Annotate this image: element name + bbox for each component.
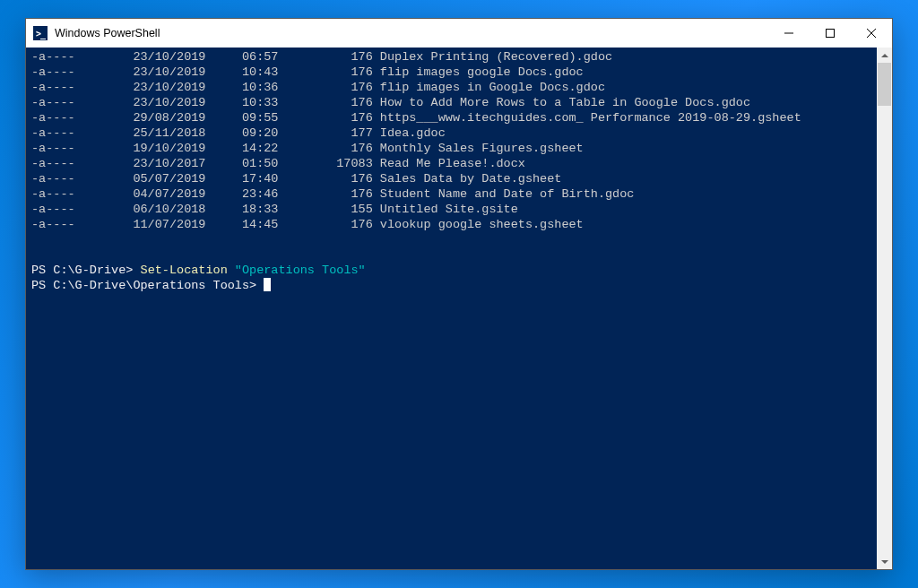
terminal-container: -a---- 23/10/2019 06:57 176 Duplex Print… [26, 48, 892, 569]
titlebar[interactable]: Windows PowerShell [26, 19, 892, 48]
powershell-window: Windows PowerShell -a---- 23/10/2019 06:… [25, 18, 893, 570]
scroll-down-arrow[interactable] [877, 554, 892, 569]
maximize-button[interactable] [810, 19, 851, 48]
window-title: Windows PowerShell [55, 27, 768, 39]
vertical-scrollbar[interactable] [877, 48, 892, 569]
close-button[interactable] [851, 19, 892, 48]
svg-rect-1 [827, 30, 835, 38]
powershell-icon [33, 26, 48, 40]
cursor [264, 278, 271, 291]
scroll-thumb[interactable] [878, 63, 891, 106]
scroll-up-arrow[interactable] [877, 48, 892, 63]
terminal-output[interactable]: -a---- 23/10/2019 06:57 176 Duplex Print… [26, 48, 877, 569]
minimize-button[interactable] [768, 19, 810, 48]
window-controls [768, 19, 892, 48]
